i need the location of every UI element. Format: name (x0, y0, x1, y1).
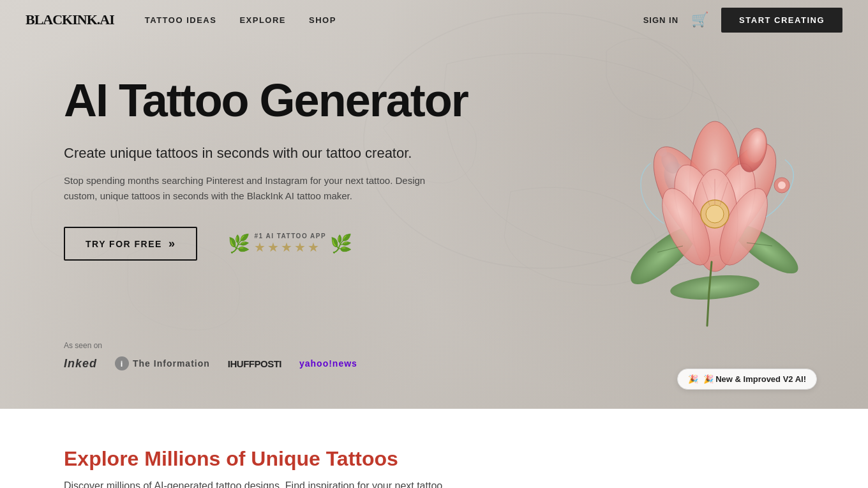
svg-point-16 (706, 205, 724, 223)
star-2: ★ (267, 240, 279, 255)
info-circle-icon: i (115, 356, 129, 370)
nav-links: TATTOO IDEAS EXPLORE SHOP (145, 14, 336, 26)
sign-in-link[interactable]: SIGN IN (643, 15, 678, 25)
bottom-section: Explore Millions of Unique Tattoos Disco… (0, 409, 868, 488)
svg-point-23 (778, 181, 786, 189)
star-rating: ★ ★ ★ ★ ★ (254, 240, 326, 255)
nav-link-explore[interactable]: EXPLORE (239, 15, 286, 25)
rating-crown-row: 🌿 #1 AI TATTOO APP ★ ★ ★ ★ ★ 🌿 (228, 233, 352, 255)
hero-title: AI Tattoo Generator (64, 77, 523, 125)
as-seen-label: As seen on (64, 341, 357, 350)
try-button-label: TRY FOR FREE (86, 239, 162, 249)
party-icon: 🎉 (688, 374, 698, 384)
chevron-right-icon: » (168, 237, 176, 250)
huffpost-logo: IHUFFPOSTI (228, 358, 281, 369)
start-creating-button[interactable]: START CREATING (721, 8, 842, 33)
rating-center: #1 AI TATTOO APP ★ ★ ★ ★ ★ (254, 233, 326, 255)
yahoo-logo: yahoo!news (299, 358, 357, 369)
nav-link-tattoo-ideas[interactable]: TATTOO IDEAS (145, 15, 217, 25)
hero-cta-row: TRY FOR FREE » 🌿 #1 AI TATTOO APP ★ ★ ★ … (64, 227, 523, 261)
as-seen-section: As seen on Inked i The Information IHUFF… (64, 341, 357, 370)
hero-body: Stop spending months searching Pinterest… (64, 173, 460, 204)
hero-subtitle: Create unique tattoos in seconds with ou… (64, 143, 498, 164)
nav-right: SIGN IN 🛒 START CREATING (643, 8, 842, 33)
cart-icon[interactable]: 🛒 (691, 11, 708, 28)
laurel-left-icon: 🌿 (228, 233, 250, 254)
the-information-logo: i The Information (115, 356, 210, 370)
rating-badge: 🌿 #1 AI TATTOO APP ★ ★ ★ ★ ★ 🌿 (228, 233, 352, 255)
star-1: ★ (254, 240, 266, 255)
navigation: BLACKINK.AI TATTOO IDEAS EXPLORE SHOP SI… (0, 0, 868, 40)
rating-label: #1 AI TATTOO APP (254, 233, 326, 240)
star-4: ★ (294, 240, 306, 255)
flower-illustration-svg (613, 51, 817, 358)
inked-logo: Inked (64, 357, 97, 370)
svg-point-3 (670, 272, 761, 303)
star-3: ★ (281, 240, 292, 255)
bottom-title: Explore Millions of Unique Tattoos (64, 447, 804, 471)
laurel-right-icon: 🌿 (330, 233, 352, 254)
hero-tattoo-image (613, 51, 817, 358)
try-for-free-button[interactable]: TRY FOR FREE » (64, 227, 197, 261)
logo[interactable]: BLACKINK.AI (26, 11, 114, 28)
press-logos: Inked i The Information IHUFFPOSTI yahoo… (64, 356, 357, 370)
star-5: ★ (308, 240, 319, 255)
v2-badge: 🎉 🎉 New & Improved V2 AI! (677, 369, 817, 390)
hero-section: AI Tattoo Generator Create unique tattoo… (0, 0, 868, 409)
v2-badge-text: 🎉 New & Improved V2 AI! (703, 374, 806, 384)
the-information-text: The Information (133, 358, 210, 369)
bottom-subtitle: Discover millions of AI-generated tattoo… (64, 478, 804, 488)
nav-link-shop[interactable]: SHOP (309, 15, 336, 25)
